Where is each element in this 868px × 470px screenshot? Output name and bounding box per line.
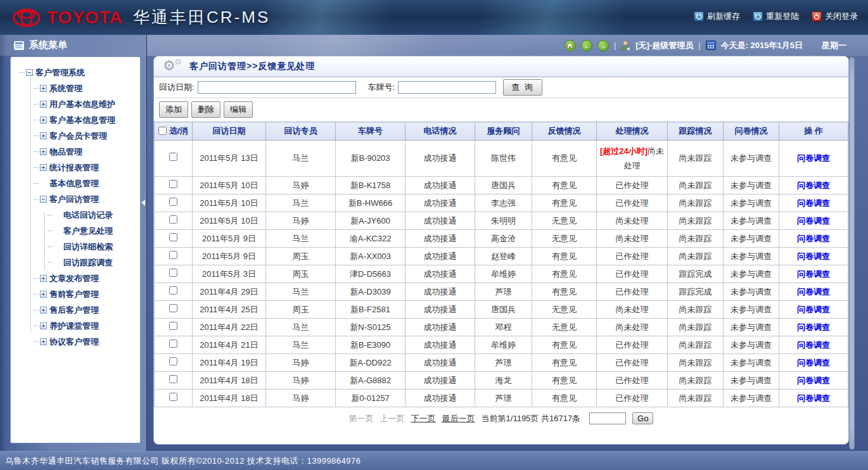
logout-button[interactable]: 关闭登录 xyxy=(812,11,858,22)
expander-icon[interactable]: + xyxy=(40,101,47,108)
row-checkbox[interactable] xyxy=(169,393,177,401)
menu-item-label[interactable]: 售后客户管理 xyxy=(49,305,99,316)
relogin-button[interactable]: 重新登陆 xyxy=(753,11,799,22)
survey-link[interactable]: 问卷调查 xyxy=(797,234,830,243)
survey-link[interactable]: 问卷调查 xyxy=(797,376,830,385)
expander-icon[interactable]: + xyxy=(40,275,47,282)
menu-item-label[interactable]: 客户回访管理 xyxy=(49,194,99,205)
expander-icon[interactable]: + xyxy=(40,117,47,124)
row-checkbox[interactable] xyxy=(169,233,177,241)
select-all-checkbox[interactable] xyxy=(158,127,167,135)
scrollbar[interactable] xyxy=(849,57,855,450)
menu-item[interactable]: + 系统管理 xyxy=(12,80,139,96)
survey-link[interactable]: 问卷调查 xyxy=(797,322,830,332)
last-page-link[interactable]: 最后一页 xyxy=(442,413,475,424)
add-button[interactable]: 添加 xyxy=(159,101,188,118)
sidebar-collapse-handle[interactable] xyxy=(141,194,146,211)
survey-link[interactable]: 问卷调查 xyxy=(797,269,830,279)
survey-link[interactable]: 问卷调查 xyxy=(797,153,830,163)
survey-link[interactable]: 问卷调查 xyxy=(797,216,830,225)
menu-item-label[interactable]: 基本信息管理 xyxy=(49,178,99,189)
cell-phone-status: 成功接通 xyxy=(405,248,475,265)
row-checkbox[interactable] xyxy=(169,375,177,383)
menu-item[interactable]: 回访跟踪调查 xyxy=(12,255,139,270)
menu-item-label[interactable]: 文章发布管理 xyxy=(49,273,99,284)
menu-item-label[interactable]: 客户基本信息管理 xyxy=(49,115,115,126)
menu-item[interactable]: + 协议客户管理 xyxy=(12,334,139,350)
edit-button[interactable]: 编辑 xyxy=(224,101,253,118)
expander-icon[interactable]: + xyxy=(40,322,47,329)
row-checkbox[interactable] xyxy=(169,215,177,224)
row-checkbox[interactable] xyxy=(169,251,177,259)
menu-item-label[interactable]: 电话回访记录 xyxy=(63,210,113,221)
menu-item[interactable]: + 售前客户管理 xyxy=(12,286,139,302)
survey-link[interactable]: 问卷调查 xyxy=(797,251,830,261)
row-checkbox[interactable] xyxy=(169,286,177,295)
survey-link[interactable]: 问卷调查 xyxy=(797,358,830,367)
menu-item[interactable]: − 客户管理系统 xyxy=(12,65,139,80)
query-button[interactable]: 查 询 xyxy=(503,79,542,96)
row-checkbox[interactable] xyxy=(169,153,177,161)
menu-item[interactable]: + 售后客户管理 xyxy=(12,302,139,318)
row-checkbox[interactable] xyxy=(169,357,177,365)
cell-agent: 周玉 xyxy=(266,301,336,319)
menu-item-label[interactable]: 客户管理系统 xyxy=(35,67,85,79)
row-checkbox[interactable] xyxy=(169,304,177,312)
go-button[interactable]: Go xyxy=(632,412,653,424)
forward-icon[interactable]: → xyxy=(597,40,609,51)
expander-icon[interactable]: + xyxy=(40,338,47,345)
expander-icon[interactable]: + xyxy=(40,85,47,92)
row-checkbox[interactable] xyxy=(169,322,177,330)
menu-item-label[interactable]: 客户意见处理 xyxy=(63,225,113,237)
delete-button[interactable]: 删除 xyxy=(191,101,220,118)
menu-item[interactable]: 基本信息管理 xyxy=(12,175,139,191)
menu-item-label[interactable]: 售前客户管理 xyxy=(49,289,99,300)
menu-item[interactable]: − 客户回访管理 xyxy=(12,191,139,207)
menu-item[interactable]: + 养护课堂管理 xyxy=(12,318,139,334)
menu-item[interactable]: + 物品管理 xyxy=(12,144,139,160)
row-checkbox[interactable] xyxy=(169,340,177,348)
home-icon[interactable] xyxy=(565,40,576,51)
expander-icon[interactable]: + xyxy=(40,307,47,314)
menu-item-label[interactable]: 回访详细检索 xyxy=(63,241,113,253)
next-page-link[interactable]: 下一页 xyxy=(411,413,436,424)
goto-page-input[interactable] xyxy=(589,412,626,424)
menu-item[interactable]: + 统计报表管理 xyxy=(12,160,139,175)
survey-link[interactable]: 问卷调查 xyxy=(797,198,830,208)
menu-item-label[interactable]: 协议客户管理 xyxy=(49,336,99,348)
visit-date-input[interactable] xyxy=(198,81,356,94)
expander-icon[interactable]: − xyxy=(26,69,33,76)
refresh-cache-button[interactable]: 刷新缓存 xyxy=(694,11,740,22)
menu-item-label[interactable]: 系统管理 xyxy=(49,83,82,94)
expander-icon[interactable]: + xyxy=(40,164,47,171)
menu-item[interactable]: + 用户基本信息维护 xyxy=(12,96,139,112)
menu-item[interactable]: + 客户会员卡管理 xyxy=(12,128,139,144)
menu-item[interactable]: + 客户基本信息管理 xyxy=(12,112,139,128)
tree-line xyxy=(48,262,53,263)
survey-link[interactable]: 问卷调查 xyxy=(797,287,830,296)
menu-item-label[interactable]: 客户会员卡管理 xyxy=(49,130,107,142)
menu-item-label[interactable]: 物品管理 xyxy=(49,146,82,158)
expander-icon[interactable]: + xyxy=(40,132,47,139)
back-icon[interactable]: ← xyxy=(581,40,592,51)
row-checkbox[interactable] xyxy=(169,180,177,188)
menu-item[interactable]: 客户意见处理 xyxy=(12,223,139,239)
expander-icon[interactable]: + xyxy=(40,148,47,155)
survey-link[interactable]: 问卷调查 xyxy=(797,181,830,190)
tree-line xyxy=(34,183,39,184)
survey-link[interactable]: 问卷调查 xyxy=(797,305,830,314)
menu-item-label[interactable]: 统计报表管理 xyxy=(49,162,99,174)
menu-item-label[interactable]: 回访跟踪调查 xyxy=(63,257,113,269)
menu-item-label[interactable]: 用户基本信息维护 xyxy=(49,99,115,110)
expander-icon[interactable]: − xyxy=(40,196,47,203)
survey-link[interactable]: 问卷调查 xyxy=(797,340,830,350)
row-checkbox[interactable] xyxy=(169,198,177,206)
expander-icon[interactable]: + xyxy=(40,291,47,298)
menu-item[interactable]: 电话回访记录 xyxy=(12,207,139,223)
menu-item[interactable]: + 文章发布管理 xyxy=(12,270,139,286)
row-checkbox[interactable] xyxy=(169,269,177,277)
menu-item[interactable]: 回访详细检索 xyxy=(12,239,139,255)
plate-input[interactable] xyxy=(398,81,496,94)
survey-link[interactable]: 问卷调查 xyxy=(797,393,830,403)
menu-item-label[interactable]: 养护课堂管理 xyxy=(49,321,99,332)
